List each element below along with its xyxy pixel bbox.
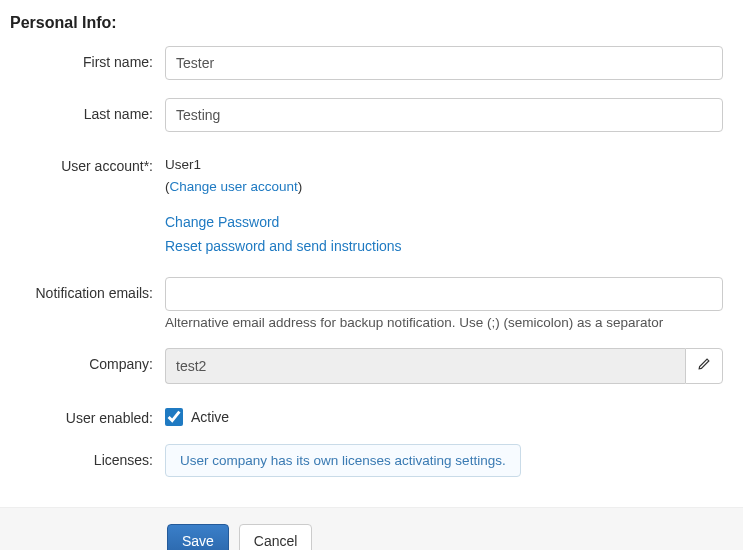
last-name-input[interactable] <box>165 98 723 132</box>
save-button[interactable]: Save <box>167 524 229 550</box>
row-licenses: Licenses: User company has its own licen… <box>10 444 723 477</box>
first-name-input[interactable] <box>165 46 723 80</box>
licenses-info-box: User company has its own licenses activa… <box>165 444 521 477</box>
notification-emails-help: Alternative email address for backup not… <box>165 315 723 330</box>
form-footer: Save Cancel <box>0 507 743 550</box>
change-password-link[interactable]: Change Password <box>165 214 279 230</box>
user-enabled-checkbox-wrap[interactable]: Active <box>165 402 723 426</box>
row-user-account: User account*: User1 (Change user accoun… <box>10 150 723 259</box>
row-first-name: First name: <box>10 46 723 80</box>
notification-emails-input[interactable] <box>165 277 723 311</box>
row-notification-emails: Notification emails: Alternative email a… <box>10 277 723 330</box>
edit-company-button[interactable] <box>685 348 723 384</box>
change-user-account-link[interactable]: Change user account <box>170 179 298 194</box>
row-last-name: Last name: <box>10 98 723 132</box>
company-input <box>165 348 685 384</box>
user-account-label: User account*: <box>10 150 165 174</box>
user-enabled-checkbox[interactable] <box>165 408 183 426</box>
last-name-label: Last name: <box>10 98 165 122</box>
row-company: Company: <box>10 348 723 384</box>
user-enabled-checkbox-label: Active <box>191 409 229 425</box>
cancel-button[interactable]: Cancel <box>239 524 313 550</box>
paren-close: ) <box>298 179 303 194</box>
first-name-label: First name: <box>10 46 165 70</box>
section-title: Personal Info: <box>10 14 723 32</box>
personal-info-form: Personal Info: First name: Last name: Us… <box>0 0 743 507</box>
user-enabled-label: User enabled: <box>10 402 165 426</box>
edit-icon <box>697 357 711 374</box>
company-label: Company: <box>10 348 165 372</box>
row-user-enabled: User enabled: Active <box>10 402 723 426</box>
reset-password-link[interactable]: Reset password and send instructions <box>165 238 402 254</box>
licenses-label: Licenses: <box>10 444 165 468</box>
user-account-value: User1 <box>165 157 201 172</box>
notification-emails-label: Notification emails: <box>10 277 165 301</box>
